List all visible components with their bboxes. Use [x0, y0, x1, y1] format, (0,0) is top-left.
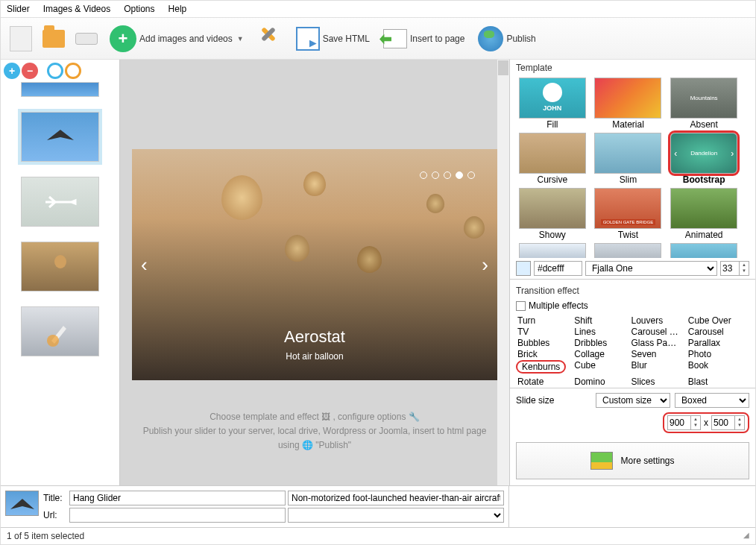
title-label: Title: — [43, 493, 67, 503]
url-target-select[interactable] — [288, 508, 504, 523]
transition-label: Transition effect — [516, 283, 749, 297]
effect-item[interactable]: Bubbles — [516, 338, 567, 348]
insert-label: Insert to page — [410, 34, 464, 44]
size-inputs-group: ▲▼ x ▲▼ — [663, 412, 749, 433]
drive-button[interactable] — [72, 24, 101, 54]
template-label: Template — [510, 60, 755, 75]
menu-options[interactable]: Options — [124, 4, 154, 14]
effect-item[interactable]: Blur — [630, 360, 681, 376]
multiple-effects-label: Multiple effects — [529, 300, 588, 311]
pager-dots[interactable] — [420, 171, 475, 179]
prev-arrow[interactable]: ‹ — [141, 253, 148, 277]
effect-item[interactable]: Photo — [687, 349, 737, 359]
template-car[interactable]: CAR — [667, 243, 740, 258]
effect-item[interactable]: Cube Over — [687, 315, 737, 326]
template-material[interactable]: Material — [592, 78, 665, 130]
open-button[interactable] — [40, 24, 68, 54]
template-twist[interactable]: GOLDEN GATE BRIDGETwist — [592, 188, 665, 240]
html-icon — [296, 27, 320, 51]
template-absent[interactable]: MountainsAbsent — [667, 78, 740, 130]
insert-page-button[interactable]: Insert to page — [379, 29, 469, 48]
thumb-2[interactable] — [21, 177, 99, 227]
color-hex-input[interactable] — [534, 261, 582, 276]
more-settings-button[interactable]: More settings — [516, 442, 749, 479]
globe-icon — [478, 26, 503, 51]
template-slim[interactable]: Slim — [592, 133, 665, 185]
delete-slide-button[interactable]: − — [22, 63, 38, 79]
effect-item[interactable]: Turn — [516, 315, 567, 326]
thumb-3[interactable] — [21, 242, 99, 292]
status-text: 1 of 5 item selected — [7, 531, 84, 541]
effect-item[interactable]: Carousel — [687, 327, 737, 337]
font-select[interactable]: Fjalla One — [585, 261, 717, 276]
effect-item[interactable]: Louvers — [630, 315, 681, 326]
template-showy[interactable]: Showy — [516, 188, 589, 240]
width-spinner[interactable]: ▲▼ — [691, 415, 701, 430]
thumb-1[interactable] — [21, 112, 99, 162]
font-size-spinner[interactable]: ▲▼ — [740, 261, 749, 276]
effect-item[interactable]: Parallax — [687, 338, 737, 348]
effect-item[interactable]: Rotate — [516, 377, 567, 385]
size-x-label: x — [704, 418, 708, 428]
template-city[interactable]: CITYSCAPE — [592, 243, 665, 258]
add-slide-button[interactable]: + — [4, 63, 20, 79]
effect-item[interactable]: Book — [687, 360, 737, 376]
thumb-4[interactable] — [21, 306, 99, 356]
desc-input[interactable] — [288, 491, 504, 505]
save-html-label: Save HTML — [323, 34, 370, 44]
height-spinner[interactable]: ▲▼ — [735, 415, 745, 430]
publish-button[interactable]: Publish — [473, 26, 540, 51]
template-cursive[interactable]: Cursive — [516, 133, 589, 185]
effect-item[interactable]: Cube — [573, 360, 623, 376]
effect-item[interactable]: Dribbles — [573, 338, 623, 348]
center-scrollbar[interactable] — [497, 60, 509, 485]
template-bootstrap[interactable]: Dandelion‹›Bootstrap — [667, 133, 740, 185]
publish-label: Publish — [506, 34, 535, 44]
thumb-0[interactable] — [21, 82, 99, 97]
caption-subtitle: Hot air balloon — [286, 351, 343, 362]
url-input[interactable] — [69, 508, 286, 523]
font-size-input[interactable] — [720, 261, 740, 276]
effect-item[interactable]: Seven — [630, 349, 681, 359]
effect-item[interactable]: Shift — [573, 315, 623, 326]
width-input[interactable] — [667, 415, 691, 430]
effect-item[interactable]: Glass Parall... — [630, 338, 681, 348]
properties-button[interactable] — [253, 26, 287, 51]
rotate-right-button[interactable] — [65, 63, 81, 79]
template-snow[interactable]: snow — [516, 243, 589, 258]
menu-slider[interactable]: Slider — [7, 4, 30, 14]
rotate-left-button[interactable] — [47, 63, 63, 79]
add-images-button[interactable]: + Add images and videos ▼ — [105, 25, 248, 52]
effect-item[interactable]: Collage — [573, 349, 623, 359]
caption-title: Aerostat — [284, 327, 345, 347]
effect-item[interactable]: Carousel B... — [630, 327, 681, 337]
multiple-effects-checkbox[interactable] — [516, 301, 526, 311]
template-fill[interactable]: JOHNFill — [516, 78, 589, 130]
color-swatch[interactable] — [516, 261, 531, 276]
save-html-button[interactable]: Save HTML — [292, 27, 374, 51]
size-mode-select[interactable]: Custom size — [596, 393, 670, 408]
url-label: Url: — [43, 510, 67, 520]
picture-icon — [590, 452, 613, 470]
plus-icon: + — [110, 25, 136, 52]
effect-item[interactable]: Lines — [573, 327, 623, 337]
effect-item[interactable]: Slices — [630, 377, 681, 385]
effect-kenburns[interactable]: Kenburns — [516, 360, 566, 374]
effect-item[interactable]: Blast — [687, 377, 737, 385]
template-grid: JOHNFill Material MountainsAbsent Cursiv… — [510, 75, 755, 258]
layout-select[interactable]: Boxed — [675, 393, 749, 408]
new-doc-button[interactable] — [7, 24, 35, 54]
slide-preview: ‹ › Aerostat Hot air balloon — [132, 149, 497, 380]
next-arrow[interactable]: › — [482, 253, 488, 277]
title-input[interactable] — [69, 491, 286, 505]
effect-item[interactable]: Domino — [573, 377, 623, 385]
effect-item[interactable]: TV — [516, 327, 567, 337]
dropdown-icon: ▼ — [237, 35, 244, 42]
menu-help[interactable]: Help — [168, 4, 187, 14]
menu-images[interactable]: Images & Videos — [43, 4, 111, 14]
slide-size-label: Slide size — [516, 395, 554, 406]
height-input[interactable] — [711, 415, 735, 430]
resize-grip[interactable]: ◢ — [743, 531, 749, 541]
effect-item[interactable]: Brick — [516, 349, 567, 359]
template-animated[interactable]: Animated — [667, 188, 740, 240]
